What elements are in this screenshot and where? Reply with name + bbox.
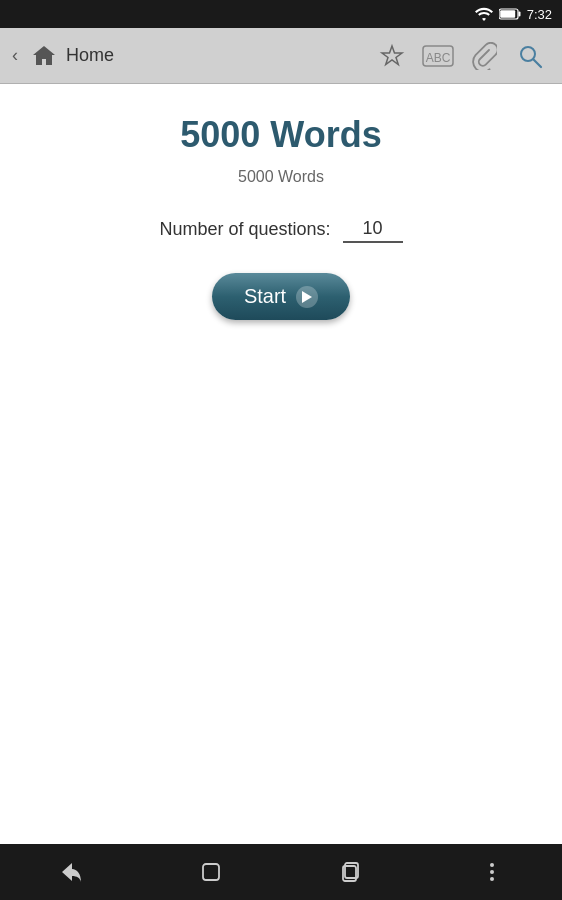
back-arrow[interactable]: ‹ — [12, 45, 18, 66]
questions-input[interactable] — [343, 216, 403, 243]
menu-button[interactable] — [462, 852, 522, 892]
nav-right: ABC — [372, 36, 550, 76]
form-label: Number of questions: — [159, 219, 330, 240]
status-time: 7:32 — [527, 7, 552, 22]
wifi-icon — [475, 7, 493, 21]
home-icon[interactable] — [30, 42, 58, 70]
nav-left: ‹ Home — [12, 42, 114, 70]
form-row: Number of questions: — [159, 216, 402, 243]
status-bar: 7:32 — [0, 0, 562, 28]
nav-bar: ‹ Home ABC — [0, 28, 562, 84]
status-icons: 7:32 — [475, 7, 552, 22]
bottom-bar — [0, 844, 562, 900]
play-icon — [296, 286, 318, 308]
battery-icon — [499, 8, 521, 20]
clip-icon[interactable] — [464, 36, 504, 76]
start-button-label: Start — [244, 285, 286, 308]
star-icon[interactable] — [372, 36, 412, 76]
svg-point-12 — [490, 870, 494, 874]
back-button[interactable] — [40, 852, 100, 892]
svg-rect-1 — [500, 10, 515, 18]
nav-title: Home — [66, 45, 114, 66]
svg-point-11 — [490, 863, 494, 867]
search-icon[interactable] — [510, 36, 550, 76]
svg-rect-8 — [203, 864, 219, 880]
abc-icon[interactable]: ABC — [418, 36, 458, 76]
main-content: 5000 Words 5000 Words Number of question… — [0, 84, 562, 350]
page-subtitle: 5000 Words — [238, 168, 324, 186]
recents-button[interactable] — [321, 852, 381, 892]
svg-rect-2 — [518, 12, 520, 17]
home-button[interactable] — [181, 852, 241, 892]
svg-text:ABC: ABC — [426, 51, 451, 65]
page-title: 5000 Words — [180, 114, 381, 156]
svg-line-6 — [534, 59, 542, 67]
svg-marker-7 — [302, 291, 312, 303]
start-button[interactable]: Start — [212, 273, 350, 320]
svg-point-13 — [490, 877, 494, 881]
